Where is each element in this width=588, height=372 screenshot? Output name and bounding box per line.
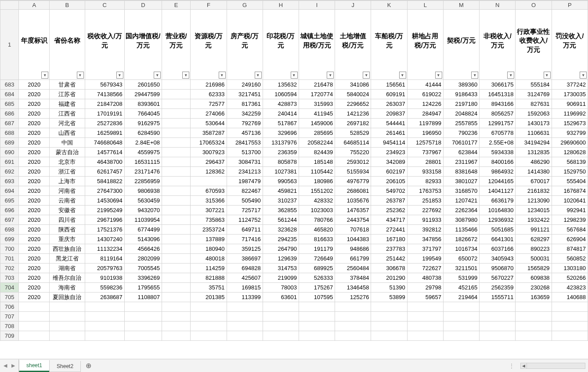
cell-F706[interactable] — [191, 302, 227, 312]
cell-D700[interactable]: 4566426 — [124, 244, 162, 254]
cell-O693[interactable]: 670017 — [516, 177, 552, 186]
col-header-M[interactable]: M — [443, 1, 479, 10]
cell-C693[interactable]: 58418822 — [85, 177, 124, 186]
cell-N688[interactable]: 6705778 — [480, 128, 516, 138]
filter-button-C[interactable]: ▾ — [116, 72, 123, 79]
cell-B695[interactable]: 云南省 — [50, 196, 85, 206]
cell-P696[interactable]: 992941 — [552, 206, 588, 215]
cell-G689[interactable]: 28417553 — [227, 138, 263, 148]
add-sheet-button[interactable]: ⊕ — [80, 359, 97, 372]
cell-E684[interactable] — [162, 90, 191, 99]
cell-K707[interactable] — [371, 312, 407, 321]
cell-L691[interactable]: 28801 — [407, 157, 443, 167]
row-header-685[interactable]: 685 — [0, 99, 19, 109]
cell-I699[interactable]: 816633 — [299, 235, 335, 244]
row-header-687[interactable]: 687 — [0, 119, 19, 128]
cell-I695[interactable]: 428332 — [299, 196, 335, 206]
cell-B689[interactable]: 中国 — [50, 138, 85, 148]
cell-B691[interactable]: 北京市 — [50, 157, 85, 167]
cell-E688[interactable] — [162, 128, 191, 138]
cell-F708[interactable] — [191, 321, 227, 331]
header-cell-A[interactable]: 年度标识 ▾ — [19, 10, 50, 80]
header-cell-D[interactable]: 国内增值税/万元 ▾ — [124, 10, 162, 80]
cell-C697[interactable]: 29671996 — [85, 215, 124, 225]
cell-N685[interactable]: 8943166 — [480, 99, 516, 109]
filter-button-J[interactable]: ▾ — [363, 72, 370, 79]
cell-G686[interactable]: 342259 — [227, 109, 263, 119]
cell-K705[interactable]: 53899 — [371, 293, 407, 302]
cell-G707[interactable] — [227, 312, 263, 321]
cell-F697[interactable]: 735863 — [191, 215, 227, 225]
cell-A703[interactable]: 2020 — [19, 273, 50, 283]
cell-B702[interactable]: 湖南省 — [50, 264, 85, 273]
cell-A697[interactable]: 2020 — [19, 215, 50, 225]
cell-P688[interactable]: 932799 — [552, 128, 588, 138]
cell-L702[interactable]: 722627 — [407, 264, 443, 273]
cell-L685[interactable]: 124226 — [407, 99, 443, 109]
row-header-686[interactable]: 686 — [0, 109, 19, 119]
cell-H701[interactable]: 129639 — [263, 254, 299, 264]
cell-L707[interactable] — [407, 312, 443, 321]
cell-K693[interactable]: 206105 — [371, 177, 407, 186]
cell-K689[interactable]: 9454114 — [371, 138, 407, 148]
cell-L696[interactable]: 227692 — [407, 206, 443, 215]
cell-F696[interactable]: 307221 — [191, 206, 227, 215]
cell-J708[interactable] — [335, 321, 371, 331]
cell-N684[interactable]: 16451318 — [480, 90, 516, 99]
cell-E708[interactable] — [162, 321, 191, 331]
cell-O699[interactable]: 628297 — [516, 235, 552, 244]
cell-G700[interactable]: 359125 — [227, 244, 263, 254]
cell-D686[interactable]: 7664045 — [124, 109, 162, 119]
cell-O684[interactable]: 3124769 — [516, 90, 552, 99]
cell-D690[interactable]: 4559975 — [124, 148, 162, 157]
cell-C683[interactable]: 5679343 — [85, 80, 124, 90]
cell-O705[interactable]: 163659 — [516, 293, 552, 302]
cell-B700[interactable]: 西壮族自治 — [50, 244, 85, 254]
cell-J694[interactable]: 2686081 — [335, 186, 371, 196]
cell-M700[interactable]: 1016734 — [443, 244, 479, 254]
cell-C694[interactable]: 27647300 — [85, 186, 124, 196]
cell-C692[interactable]: 62617457 — [85, 167, 124, 177]
cell-B690[interactable]: 蒙古自治 — [50, 148, 85, 157]
cell-K694[interactable]: 549702 — [371, 186, 407, 196]
cell-A699[interactable]: 2020 — [19, 235, 50, 244]
cell-G696[interactable]: 725717 — [227, 206, 263, 215]
cell-D698[interactable]: 6774499 — [124, 225, 162, 235]
cell-L683[interactable]: 41444 — [407, 80, 443, 90]
cell-K697[interactable]: 434717 — [371, 215, 407, 225]
cell-G685[interactable]: 817361 — [227, 99, 263, 109]
cell-P689[interactable]: 29690600 — [552, 138, 588, 148]
cell-F702[interactable]: 114259 — [191, 264, 227, 273]
row-header-689[interactable]: 689 — [0, 138, 19, 148]
cell-D705[interactable]: 1108807 — [124, 293, 162, 302]
cell-H704[interactable]: 78003 — [263, 283, 299, 293]
cell-O690[interactable]: 1312835 — [516, 148, 552, 157]
cell-P702[interactable]: 1303180 — [552, 264, 588, 273]
cell-J683[interactable]: 341086 — [335, 80, 371, 90]
cell-J685[interactable]: 2296652 — [335, 99, 371, 109]
cell-N690[interactable]: 5934338 — [480, 148, 516, 157]
sheet-tab-sheet1[interactable]: sheet1 — [19, 360, 50, 372]
header-cell-K[interactable]: 车船税/万元 ▾ — [371, 10, 407, 80]
cell-E685[interactable] — [162, 99, 191, 109]
cell-K704[interactable]: 51390 — [371, 283, 407, 293]
row-header-696[interactable]: 696 — [0, 206, 19, 215]
cell-I704[interactable]: 175267 — [299, 283, 335, 293]
cell-C690[interactable]: 14577614 — [85, 148, 124, 157]
cell-I689[interactable]: 20582244 — [299, 138, 335, 148]
row-header-693[interactable]: 693 — [0, 177, 19, 186]
cell-B684[interactable]: 江苏省 — [50, 90, 85, 99]
cell-O686[interactable]: 1592063 — [516, 109, 552, 119]
cell-K709[interactable] — [371, 331, 407, 341]
cell-I708[interactable] — [299, 321, 335, 331]
filter-button-P[interactable]: ▾ — [580, 72, 587, 79]
cell-A690[interactable]: 2020 — [19, 148, 50, 157]
cell-J687[interactable]: 2697182 — [335, 119, 371, 128]
filter-button-E[interactable]: ▾ — [182, 72, 189, 79]
cell-D689[interactable]: 2.84E+08 — [124, 138, 162, 148]
row-header-709[interactable]: 709 — [0, 331, 19, 341]
cell-A692[interactable]: 2020 — [19, 167, 50, 177]
cell-B704[interactable]: 海南省 — [50, 283, 85, 293]
filter-button-D[interactable]: ▾ — [154, 72, 161, 79]
cell-D704[interactable]: 1795655 — [124, 283, 162, 293]
